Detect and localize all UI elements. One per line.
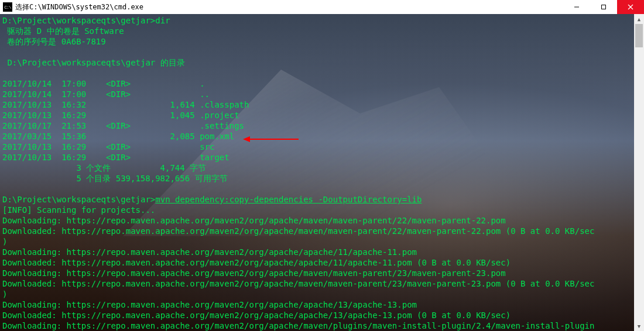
vertical-scrollbar[interactable]: ▲ ▼ — [634, 14, 644, 331]
minimize-button[interactable] — [563, 0, 590, 14]
cmd-icon: C:\ — [3, 2, 12, 12]
close-button[interactable] — [617, 0, 644, 14]
scroll-up-button[interactable]: ▲ — [634, 14, 644, 24]
console-area[interactable]: D:\Project\workspaceqts\getjar>dir 驱动器 D… — [0, 14, 644, 331]
titlebar[interactable]: C:\ 选择C:\WINDOWS\system32\cmd.exe — [0, 0, 644, 14]
scroll-thumb[interactable] — [635, 24, 643, 47]
console-output: D:\Project\workspaceqts\getjar>dir 驱动器 D… — [0, 14, 644, 331]
maximize-button[interactable] — [590, 0, 617, 14]
scroll-down-button[interactable]: ▼ — [634, 321, 644, 331]
svg-rect-1 — [602, 5, 606, 9]
window-title: 选择C:\WINDOWS\system32\cmd.exe — [15, 2, 143, 12]
